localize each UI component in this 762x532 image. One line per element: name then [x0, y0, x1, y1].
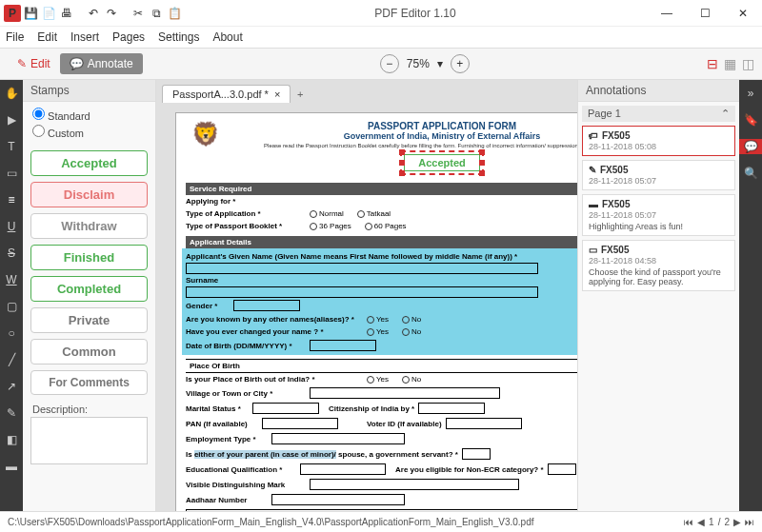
bookmark-icon[interactable]: 🔖	[743, 112, 758, 128]
pencil-annotation-icon: ✎	[589, 165, 596, 175]
menu-about[interactable]: About	[212, 30, 242, 44]
text-icon[interactable]: T	[4, 139, 19, 154]
annotation-item[interactable]: ▬FX505 28-11-2018 05:07 Highlighting Are…	[582, 194, 735, 236]
arrow-icon[interactable]: ↗	[4, 379, 19, 394]
search-icon[interactable]: 🔍	[743, 166, 758, 181]
document-tab[interactable]: PassportA...3.0.pdf *×	[162, 85, 291, 103]
last-page-button[interactable]: ⏭	[745, 517, 754, 527]
tab-close-icon[interactable]: ×	[274, 89, 280, 100]
stamp-accepted[interactable]: Accepted	[30, 150, 148, 176]
prev-page-button[interactable]: ◀	[697, 517, 705, 527]
highlight-annotation[interactable]: Applicant's Given Name (Given Name means…	[182, 248, 577, 355]
print-icon[interactable]: 🖶	[58, 5, 75, 22]
new-tab-button[interactable]: +	[291, 86, 310, 103]
file-path: C:\Users\FX505\Downloads\PassportApplica…	[8, 517, 684, 527]
undo-icon[interactable]: ↶	[85, 5, 102, 22]
description-label: Description:	[23, 398, 155, 417]
emblem-icon: 🦁	[191, 121, 220, 149]
stamp-withdraw[interactable]: Withdraw	[30, 213, 148, 239]
app-title: PDF Editor 1.10	[183, 7, 648, 20]
stamps-panel: Stamps Standard Custom Accepted Disclaim…	[23, 80, 156, 511]
description-input[interactable]	[30, 417, 148, 464]
status-bar: C:\Users\FX505\Downloads\PassportApplica…	[0, 511, 762, 532]
pointer-icon[interactable]: ▶	[4, 112, 19, 128]
hand-icon[interactable]: ✋	[4, 86, 19, 101]
stamp-private[interactable]: Private	[30, 307, 148, 333]
menu-file[interactable]: File	[6, 30, 24, 44]
maximize-button[interactable]: ☐	[686, 0, 724, 27]
highlight-icon[interactable]: ▬	[4, 459, 19, 474]
stamp-completed[interactable]: Completed	[30, 276, 148, 302]
pencil-tool-icon[interactable]: ✎	[4, 405, 19, 421]
stamp-icon[interactable]: ≡	[4, 192, 19, 207]
zoom-in-button[interactable]: +	[451, 54, 470, 73]
page-number[interactable]: 1	[709, 517, 714, 527]
view-grid-icon[interactable]: ▦	[724, 56, 736, 71]
annotations-panel: Annotations Page 1⌃ 🏷FX505 28-11-2018 05…	[577, 80, 739, 511]
annotation-item[interactable]: 🏷FX505 28-11-2018 05:08	[582, 126, 735, 156]
highlight-annotation-icon: ▬	[589, 199, 598, 209]
annotations-header: Annotations	[578, 80, 739, 102]
comment-icon: 💬	[70, 57, 84, 70]
placed-stamp[interactable]: Accepted	[400, 150, 484, 175]
annotate-mode-button[interactable]: 💬Annotate	[60, 53, 143, 74]
expand-icon[interactable]: »	[743, 86, 758, 101]
first-page-button[interactable]: ⏮	[684, 517, 693, 527]
stamp-common[interactable]: Common	[30, 339, 148, 365]
view-single-icon[interactable]: ⊟	[707, 56, 718, 71]
annotation-item[interactable]: ✎FX505 28-11-2018 05:07	[582, 160, 735, 190]
open-icon[interactable]: 📄	[40, 5, 57, 22]
mode-toolbar: ✎Edit 💬Annotate − 75%▾ + ⊟ ▦ ◫	[0, 48, 762, 80]
stamp-finished[interactable]: Finished	[30, 245, 148, 270]
circle-icon[interactable]: ○	[4, 325, 19, 341]
menu-insert[interactable]: Insert	[70, 30, 99, 44]
zoom-dropdown-icon[interactable]: ▾	[437, 57, 443, 70]
menu-pages[interactable]: Pages	[112, 30, 145, 44]
titlebar: P 💾 📄 🖶 ↶ ↷ ✂ ⧉ 📋 PDF Editor 1.10 — ☐ ✕	[0, 0, 762, 27]
cut-icon[interactable]: ✂	[130, 5, 147, 22]
left-tool-strip: ✋ ▶ T ▭ ≡ U S W ▢ ○ ╱ ↗ ✎ ◧ ▬	[0, 80, 23, 511]
right-tool-strip: » 🔖 💬 🔍	[739, 80, 762, 511]
note-annotation-icon: ▭	[589, 245, 597, 255]
menu-settings[interactable]: Settings	[158, 30, 199, 44]
stamp-standard-radio[interactable]: Standard	[32, 108, 146, 122]
collapse-icon[interactable]: ⌃	[721, 108, 730, 120]
eraser-icon[interactable]: ◧	[4, 432, 19, 447]
page-canvas[interactable]: 🦁 PASSPORT APPLICATION FORM Government o…	[156, 103, 577, 511]
annotations-tab-icon[interactable]: 💬	[739, 139, 762, 154]
annotation-page-group[interactable]: Page 1⌃	[582, 106, 735, 122]
menu-edit[interactable]: Edit	[37, 30, 57, 44]
edit-mode-button[interactable]: ✎Edit	[8, 53, 60, 74]
stamp-custom-radio[interactable]: Custom	[32, 125, 146, 139]
pdf-page: 🦁 PASSPORT APPLICATION FORM Government o…	[175, 112, 577, 511]
redo-icon[interactable]: ↷	[103, 5, 120, 22]
stamp-annotation-icon: 🏷	[589, 130, 598, 141]
document-area: PassportA...3.0.pdf *× + 🦁 PASSPORT APPL…	[156, 80, 577, 511]
stamp-disclaim[interactable]: Disclaim	[30, 182, 148, 207]
app-icon: P	[4, 5, 21, 22]
close-button[interactable]: ✕	[724, 0, 762, 27]
paste-icon[interactable]: 📋	[166, 5, 183, 22]
copy-icon[interactable]: ⧉	[148, 5, 165, 22]
zoom-level[interactable]: 75%	[407, 57, 430, 70]
stamps-header: Stamps	[23, 80, 155, 102]
line-icon[interactable]: ╱	[4, 352, 19, 367]
pencil-icon: ✎	[17, 57, 27, 70]
view-book-icon[interactable]: ◫	[742, 56, 754, 71]
strike-icon[interactable]: S	[4, 246, 19, 261]
menubar: File Edit Insert Pages Settings About	[0, 27, 762, 48]
zoom-out-button[interactable]: −	[380, 54, 399, 73]
minimize-button[interactable]: —	[648, 0, 686, 27]
save-icon[interactable]: 💾	[22, 5, 39, 22]
annotation-item[interactable]: ▭FX505 28-11-2018 04:58 Choose the kind …	[582, 240, 735, 291]
page-total: 2	[724, 517, 730, 527]
underline-icon[interactable]: U	[4, 219, 19, 234]
note-icon[interactable]: ▭	[4, 166, 19, 181]
stamp-for-comments[interactable]: For Comments	[30, 370, 148, 395]
next-page-button[interactable]: ▶	[733, 517, 741, 527]
rect-icon[interactable]: ▢	[4, 299, 19, 314]
squiggly-icon[interactable]: W	[4, 272, 19, 287]
